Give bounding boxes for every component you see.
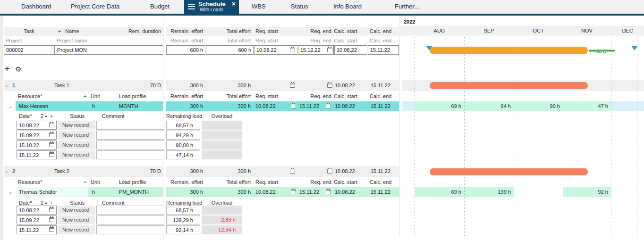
calendar-icon[interactable] — [49, 217, 54, 222]
record-remaining-load-cell[interactable]: 94,29 h — [166, 131, 200, 140]
col-header-name[interactable]: Name — [65, 27, 79, 36]
resource1-req-start[interactable]: 10.08.22 — [255, 101, 276, 111]
calendar-icon[interactable] — [327, 83, 332, 88]
calendar-icon[interactable] — [49, 123, 54, 127]
collapse-resource2-icon[interactable]: ⌄ — [8, 189, 13, 195]
record-comment-cell[interactable] — [96, 141, 164, 149]
record-overload-cell: 2,89 h — [202, 215, 242, 224]
settings-gear-icon[interactable]: ⚙ — [15, 65, 21, 74]
record-remaining-load-cell[interactable]: 92,14 h — [166, 225, 200, 234]
resource2-name[interactable]: Thomas Schäfer — [19, 187, 57, 197]
sort-asc-icon[interactable]: ▲ — [44, 113, 48, 119]
col-header-req-start[interactable]: Req. start — [255, 27, 278, 36]
tab-budget[interactable]: Budget — [150, 0, 169, 14]
record-comment-cell[interactable] — [96, 225, 164, 234]
calendar-icon[interactable] — [291, 104, 296, 108]
task1-gantt-bar[interactable] — [430, 82, 588, 89]
project-gantt-bar[interactable] — [430, 47, 588, 54]
resource-total-effort-header: Total effort — [215, 91, 251, 101]
resource2-req-end[interactable]: 15.11.22 — [299, 187, 319, 197]
col-header-rem-duration[interactable]: Rem. duration — [113, 27, 161, 36]
task1-number[interactable]: 1 — [12, 80, 15, 91]
calendar-icon[interactable] — [49, 207, 54, 212]
record-status-cell[interactable]: New record — [58, 206, 95, 215]
resource1-name[interactable]: Max Hansen — [19, 101, 48, 111]
add-column-button[interactable]: + — [58, 27, 61, 36]
project-rem-effort-cell[interactable]: 600 h — [166, 45, 205, 55]
record-status-cell[interactable]: New record — [58, 131, 95, 140]
sort-order-badge[interactable]: 2 — [41, 111, 43, 121]
col-header-calc-start[interactable]: Calc. start — [334, 27, 357, 36]
calendar-icon[interactable] — [327, 48, 332, 52]
record-status-cell[interactable]: New record — [58, 141, 95, 149]
calendar-icon[interactable] — [290, 83, 295, 88]
resource2-req-start[interactable]: 10.08.22 — [255, 187, 276, 197]
task1-name[interactable]: Task 1 — [54, 80, 69, 91]
resource1-req-end[interactable]: 15.11.22 — [299, 101, 319, 111]
project-id-cell[interactable]: 000002 — [4, 45, 55, 55]
project-total-effort-cell[interactable]: 600 h — [206, 45, 254, 55]
add-resource-button[interactable]: + — [84, 91, 86, 101]
tab-project-core-data[interactable]: Project Core Data — [71, 0, 119, 14]
task2-number[interactable]: 2 — [12, 166, 15, 177]
record-comment-cell[interactable] — [96, 206, 164, 215]
col-header-total-effort[interactable]: Total effort — [215, 27, 251, 36]
record-status-cell[interactable]: New record — [58, 150, 95, 159]
tab-wbs[interactable]: WBS — [252, 0, 266, 14]
project-calc-start-cell[interactable]: 10.08.22 — [334, 45, 367, 55]
task2-gantt-bar[interactable] — [430, 168, 588, 175]
task2-name[interactable]: Task 2 — [54, 166, 69, 177]
collapse-resource1-icon[interactable]: ⌄ — [8, 103, 13, 109]
col-header-req-end[interactable]: Req. end — [297, 27, 331, 36]
calendar-icon[interactable] — [290, 169, 295, 174]
project-name-cell[interactable]: Project MON — [55, 45, 163, 55]
calendar-icon[interactable] — [49, 132, 54, 137]
tab-schedule[interactable]: Schedule × With Loads — [184, 0, 239, 14]
calendar-icon[interactable] — [291, 190, 296, 194]
resource2-unit[interactable]: h — [92, 187, 95, 197]
add-resource-button[interactable]: + — [84, 177, 86, 187]
add-record-button[interactable]: + — [50, 111, 53, 121]
record-remaining-load-cell[interactable]: 47,14 h — [166, 150, 200, 159]
record-comment-cell[interactable] — [96, 131, 164, 140]
record-status-cell[interactable]: New record — [58, 225, 95, 234]
record-remaining-load-cell[interactable]: 139,29 h — [166, 215, 200, 224]
menu-icon[interactable] — [188, 4, 195, 5]
req-start-marker[interactable] — [426, 46, 432, 50]
calendar-icon[interactable] — [49, 152, 54, 157]
collapse-task1-icon[interactable]: ⌄ — [4, 82, 9, 88]
resource1-unit[interactable]: h — [92, 101, 95, 111]
sort-asc-icon[interactable]: ▲ — [44, 199, 48, 206]
task2-rem-duration[interactable]: 70 D — [132, 166, 161, 177]
calendar-icon[interactable] — [326, 104, 331, 108]
req-end-marker[interactable] — [631, 46, 638, 50]
tab-dashboard[interactable]: Dashboard — [21, 0, 51, 14]
calendar-icon[interactable] — [326, 190, 331, 194]
close-icon[interactable]: × — [232, 0, 236, 8]
record-status-cell[interactable]: New record — [58, 215, 95, 224]
calendar-icon[interactable] — [327, 169, 332, 174]
task2-rem-effort: 300 h — [168, 166, 203, 177]
project-calc-end-cell[interactable]: 15.11.22 — [368, 45, 399, 55]
record-comment-cell[interactable] — [96, 150, 164, 159]
col-header-calc-end[interactable]: Calc. end — [370, 27, 391, 36]
record-status-cell[interactable]: New record — [58, 121, 95, 130]
task1-rem-duration[interactable]: 70 D — [132, 80, 161, 91]
record-comment-cell[interactable] — [96, 215, 164, 224]
tab-further[interactable]: Further... — [395, 0, 419, 14]
calendar-icon[interactable] — [49, 142, 54, 147]
record-comment-cell[interactable] — [96, 121, 164, 130]
record-remaining-load-cell[interactable]: 90,00 h — [166, 141, 200, 149]
resource1-load-profile[interactable]: MONTH — [119, 101, 138, 111]
add-task-button[interactable]: + — [4, 63, 10, 74]
calendar-icon[interactable] — [49, 227, 54, 232]
calendar-icon[interactable] — [290, 48, 295, 52]
resource2-load-profile[interactable]: PM_MONTH — [119, 187, 149, 197]
collapse-task2-icon[interactable]: ⌄ — [4, 168, 9, 174]
col-header-task[interactable]: Task — [4, 27, 54, 36]
record-remaining-load-cell[interactable]: 68,57 h — [166, 206, 200, 215]
record-remaining-load-cell[interactable]: 68,57 h — [166, 121, 200, 130]
tab-info-board[interactable]: Info Board — [333, 0, 362, 14]
tab-status[interactable]: Status — [291, 0, 308, 14]
col-header-rem-effort[interactable]: Remain. effort — [168, 27, 203, 36]
